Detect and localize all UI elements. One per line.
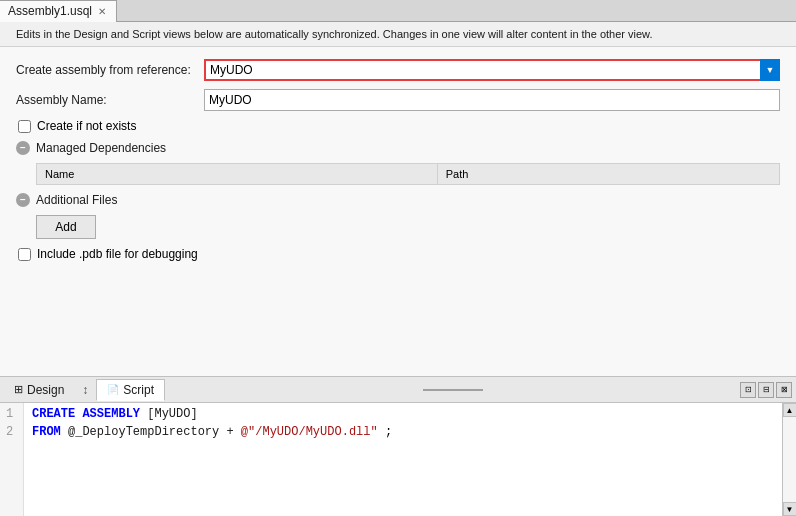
create-assembly-row: Create assembly from reference: MyUDO xyxy=(16,59,780,81)
tab-bar: Assembly1.usql ✕ xyxy=(0,0,796,22)
design-tab[interactable]: ⊞ Design xyxy=(4,379,74,401)
bottom-panel: ⊞ Design ↕ 📄 Script ⊡ ⊟ ⊠ 1 2 xyxy=(0,376,796,516)
additional-files-header[interactable]: − Additional Files xyxy=(16,193,780,207)
scrollbar-track xyxy=(783,417,797,502)
line-numbers: 1 2 xyxy=(0,403,24,516)
assembly-name-label: Assembly Name: xyxy=(16,93,196,107)
line-num-1: 1 xyxy=(6,405,17,423)
add-button[interactable]: Add xyxy=(36,215,96,239)
create-if-not-exists-checkbox[interactable] xyxy=(18,120,31,133)
info-text: Edits in the Design and Script views bel… xyxy=(16,28,653,40)
include-pdb-checkbox[interactable] xyxy=(18,248,31,261)
script-tab[interactable]: 📄 Script xyxy=(96,379,165,401)
file-tab[interactable]: Assembly1.usql ✕ xyxy=(0,0,117,22)
col-path-header: Path xyxy=(437,164,779,184)
create-if-not-exists-row: Create if not exists xyxy=(16,119,780,133)
include-pdb-label: Include .pdb file for debugging xyxy=(37,247,198,261)
scroll-line xyxy=(423,389,483,391)
deps-table-container: Name Path xyxy=(36,163,780,185)
create-if-not-exists-label: Create if not exists xyxy=(37,119,136,133)
deps-table: Name Path xyxy=(37,164,779,184)
scrollbar-down-arrow[interactable]: ▼ xyxy=(783,502,797,516)
main-container: Assembly1.usql ✕ Edits in the Design and… xyxy=(0,0,796,516)
panel-icon-1[interactable]: ⊡ xyxy=(740,382,756,398)
panel-icon-3[interactable]: ⊠ xyxy=(776,382,792,398)
tab-label: Assembly1.usql xyxy=(8,4,92,18)
scrollbar-up-arrow[interactable]: ▲ xyxy=(783,403,797,417)
script-tab-icon: 📄 xyxy=(107,384,119,395)
assembly-name-row: Assembly Name: xyxy=(16,89,780,111)
bottom-tab-bar: ⊞ Design ↕ 📄 Script ⊡ ⊟ ⊠ xyxy=(0,377,796,403)
create-assembly-label: Create assembly from reference: xyxy=(16,63,196,77)
tab-close-icon[interactable]: ✕ xyxy=(96,6,108,17)
code-area: 1 2 CREATE ASSEMBLY [MyUDO] FROM @_Deplo… xyxy=(0,403,796,516)
include-pdb-row: Include .pdb file for debugging xyxy=(16,247,780,261)
additional-files-collapse-icon: − xyxy=(16,193,30,207)
managed-deps-collapse-icon: − xyxy=(16,141,30,155)
create-assembly-select[interactable]: MyUDO xyxy=(204,59,780,81)
col-name-header: Name xyxy=(37,164,437,184)
right-scrollbar: ▲ ▼ xyxy=(782,403,796,516)
code-line-2: FROM @_DeployTempDirectory + @"/MyUDO/My… xyxy=(32,423,774,441)
form-area: Create assembly from reference: MyUDO As… xyxy=(0,47,796,376)
arrows-icon: ↕ xyxy=(76,383,94,397)
code-content[interactable]: CREATE ASSEMBLY [MyUDO] FROM @_DeployTem… xyxy=(24,403,782,516)
script-tab-label: Script xyxy=(123,383,154,397)
info-bar: Edits in the Design and Script views bel… xyxy=(0,22,796,47)
bottom-icons: ⊡ ⊟ ⊠ xyxy=(740,382,792,398)
line-num-2: 2 xyxy=(6,423,17,441)
scroll-indicator xyxy=(167,389,738,391)
managed-deps-header[interactable]: − Managed Dependencies xyxy=(16,141,780,155)
additional-files-label: Additional Files xyxy=(36,193,117,207)
panel-icon-2[interactable]: ⊟ xyxy=(758,382,774,398)
code-line-1: CREATE ASSEMBLY [MyUDO] xyxy=(32,405,774,423)
design-tab-label: Design xyxy=(27,383,64,397)
design-tab-icon: ⊞ xyxy=(14,383,23,396)
create-assembly-select-wrapper: MyUDO xyxy=(204,59,780,81)
managed-deps-label: Managed Dependencies xyxy=(36,141,166,155)
assembly-name-input[interactable] xyxy=(204,89,780,111)
